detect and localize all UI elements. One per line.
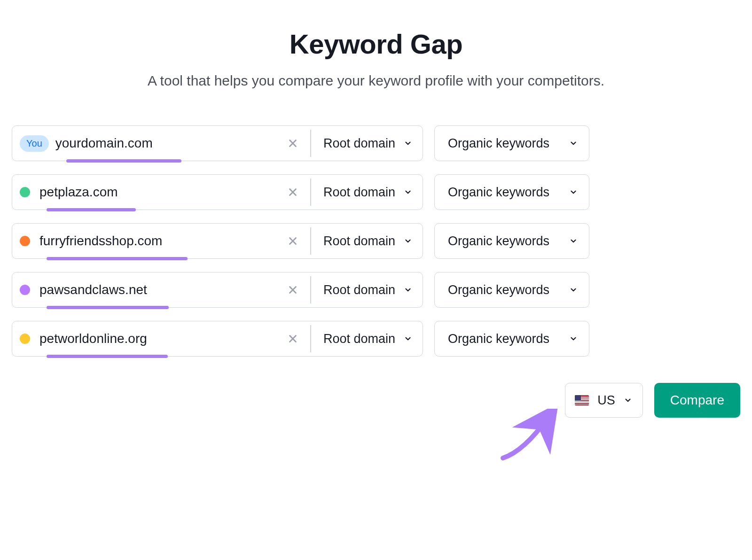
- close-icon: [288, 138, 298, 148]
- chevron-down-icon: [404, 286, 412, 294]
- domain-scope-group: Root domain: [12, 223, 423, 259]
- domain-scope-group: Root domain: [12, 174, 423, 210]
- chevron-down-icon: [624, 396, 632, 404]
- keyword-type-dropdown[interactable]: Organic keywords: [434, 272, 589, 308]
- scope-label: Root domain: [323, 332, 395, 346]
- chevron-down-icon: [569, 237, 578, 245]
- clear-domain-button[interactable]: [284, 281, 302, 299]
- competitor-row: Root domain Organic keywords: [12, 272, 740, 308]
- domain-scope-group: You Root domain: [12, 125, 423, 161]
- scope-dropdown[interactable]: Root domain: [311, 175, 423, 210]
- scope-dropdown[interactable]: Root domain: [311, 224, 423, 258]
- clear-domain-button[interactable]: [284, 183, 302, 201]
- domain-input[interactable]: [55, 136, 284, 151]
- scope-label: Root domain: [323, 283, 395, 297]
- competitor-row: Root domain Organic keywords: [12, 223, 740, 259]
- keyword-type-label: Organic keywords: [448, 185, 549, 200]
- chevron-down-icon: [569, 334, 578, 343]
- scope-dropdown[interactable]: Root domain: [311, 126, 423, 161]
- domain-input[interactable]: [39, 233, 284, 249]
- domain-input[interactable]: [39, 282, 284, 297]
- keyword-type-dropdown[interactable]: Organic keywords: [434, 125, 589, 161]
- highlight-underline: [47, 355, 168, 358]
- chevron-down-icon: [569, 139, 578, 148]
- competitor-rows: You Root domain Organic keywords: [12, 125, 740, 357]
- domain-scope-group: Root domain: [12, 321, 423, 357]
- chevron-down-icon: [404, 334, 412, 343]
- footer-controls: US Compare: [565, 383, 740, 418]
- us-flag-icon: [575, 395, 589, 405]
- highlight-underline: [47, 208, 136, 211]
- page-subtitle: A tool that helps you compare your keywo…: [12, 73, 740, 89]
- clear-domain-button[interactable]: [284, 232, 302, 250]
- chevron-down-icon: [404, 237, 412, 245]
- domain-input-wrapper: [12, 321, 310, 356]
- highlight-underline: [47, 306, 169, 309]
- chevron-down-icon: [569, 286, 578, 294]
- competitor-color-dot: [20, 236, 30, 246]
- competitor-color-dot: [20, 187, 30, 197]
- keyword-type-label: Organic keywords: [448, 234, 549, 249]
- clear-domain-button[interactable]: [284, 134, 302, 152]
- competitor-row: Root domain Organic keywords: [12, 174, 740, 210]
- keyword-type-label: Organic keywords: [448, 332, 549, 346]
- competitor-row: Root domain Organic keywords: [12, 321, 740, 357]
- competitor-color-dot: [20, 285, 30, 295]
- competitor-color-dot: [20, 334, 30, 344]
- scope-dropdown[interactable]: Root domain: [311, 272, 423, 307]
- you-badge: You: [20, 135, 49, 152]
- page-title: Keyword Gap: [12, 28, 740, 60]
- keyword-type-label: Organic keywords: [448, 136, 549, 151]
- highlight-underline: [47, 257, 188, 260]
- scope-label: Root domain: [323, 136, 395, 151]
- scope-dropdown[interactable]: Root domain: [311, 321, 423, 356]
- keyword-type-label: Organic keywords: [448, 283, 549, 297]
- chevron-down-icon: [404, 139, 412, 148]
- close-icon: [288, 285, 298, 295]
- close-icon: [288, 187, 298, 197]
- scope-label: Root domain: [323, 234, 395, 249]
- competitor-row: You Root domain Organic keywords: [12, 125, 740, 161]
- keyword-type-dropdown[interactable]: Organic keywords: [434, 174, 589, 210]
- domain-scope-group: Root domain: [12, 272, 423, 308]
- clear-domain-button[interactable]: [284, 330, 302, 348]
- domain-input[interactable]: [39, 331, 284, 346]
- domain-input-wrapper: [12, 224, 310, 258]
- compare-button[interactable]: Compare: [654, 383, 740, 418]
- keyword-type-dropdown[interactable]: Organic keywords: [434, 223, 589, 259]
- domain-input-wrapper: [12, 175, 310, 210]
- country-selector[interactable]: US: [565, 383, 643, 418]
- chevron-down-icon: [404, 188, 412, 196]
- domain-input-wrapper: You: [12, 126, 310, 161]
- close-icon: [288, 334, 298, 344]
- keyword-type-dropdown[interactable]: Organic keywords: [434, 321, 589, 357]
- chevron-down-icon: [569, 188, 578, 196]
- scope-label: Root domain: [323, 185, 395, 200]
- close-icon: [288, 236, 298, 246]
- country-code-label: US: [597, 393, 615, 408]
- highlight-underline: [66, 159, 181, 163]
- domain-input[interactable]: [39, 185, 284, 200]
- domain-input-wrapper: [12, 272, 310, 307]
